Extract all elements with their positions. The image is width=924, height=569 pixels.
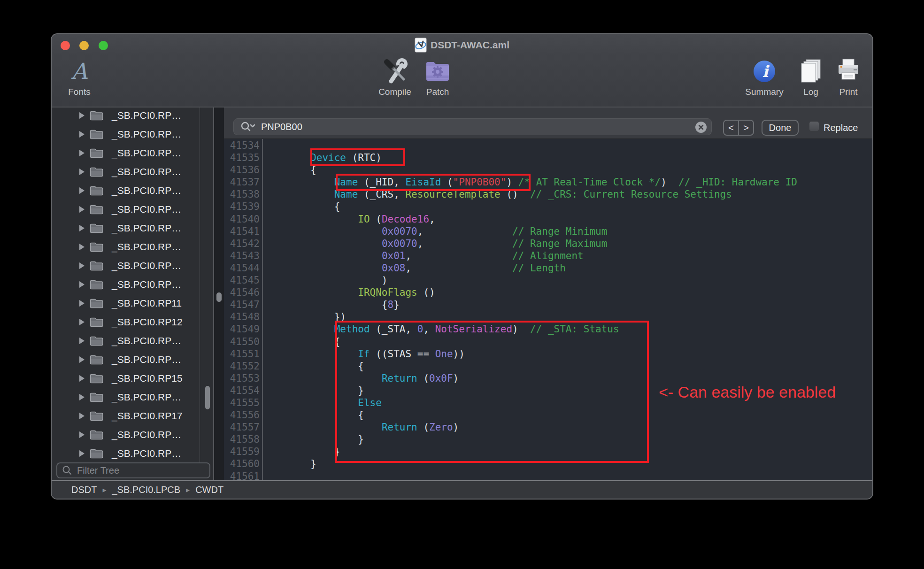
folder-icon [90, 354, 103, 365]
code-text: { [263, 164, 316, 176]
tree-item--sb-pci0-rp11[interactable]: _SB.PCI0.RP11 [52, 294, 200, 313]
disclosure-triangle-icon[interactable] [78, 300, 85, 307]
done-button[interactable]: Done [762, 120, 799, 136]
code-line: 41544 0x08, // Length [224, 262, 872, 274]
disclosure-triangle-icon[interactable] [78, 149, 85, 157]
tree-item-label: _SB.PCI0.RP… [112, 166, 181, 177]
breadcrumb-separator-icon: ▸ [102, 485, 106, 494]
tree-item--sb-pci0-rp-[interactable]: _SB.PCI0.RP… [52, 219, 200, 238]
disclosure-triangle-icon[interactable] [78, 243, 85, 251]
tree-item--sb-pci0-rp-[interactable]: _SB.PCI0.RP… [52, 275, 200, 294]
code-text: IRQNoFlags () [263, 286, 435, 299]
compile-button[interactable]: Compile [371, 58, 418, 97]
tree-item--sb-pci0-rp-[interactable]: _SB.PCI0.RP… [52, 425, 200, 444]
find-bar: PNP0B00 < > Done Replace [224, 108, 872, 139]
line-number: 41555 [224, 397, 260, 409]
disclosure-triangle-icon[interactable] [78, 206, 85, 213]
disclosure-triangle-icon[interactable] [78, 112, 85, 119]
find-next-button[interactable]: > [739, 121, 753, 135]
code-text: } [263, 446, 340, 458]
summary-button[interactable]: i Summary [739, 58, 790, 97]
log-button[interactable]: Log [797, 58, 825, 97]
filter-tree-input[interactable]: Filter Tree [56, 462, 210, 478]
folder-icon [90, 430, 103, 440]
disclosure-triangle-icon[interactable] [78, 412, 85, 420]
disclosure-triangle-icon[interactable] [78, 450, 85, 457]
folder-icon [90, 242, 103, 252]
disclosure-triangle-icon[interactable] [78, 187, 85, 194]
disclosure-triangle-icon[interactable] [78, 393, 85, 401]
tree-item--sb-pci0-rp-[interactable]: _SB.PCI0.RP… [52, 125, 200, 144]
print-button[interactable]: Print [834, 58, 862, 97]
tree-item--sb-pci0-rp-[interactable]: _SB.PCI0.RP… [52, 200, 200, 219]
line-number: 41561 [224, 470, 260, 480]
tree-item--sb-pci0-rp-[interactable]: _SB.PCI0.RP… [52, 331, 200, 350]
patch-button[interactable]: Patch [414, 58, 461, 97]
code-line: 41541 0x0070, // Range Minimum [224, 225, 872, 238]
tree-item-label: _SB.PCI0.RP… [112, 429, 181, 440]
disclosure-triangle-icon[interactable] [78, 281, 85, 288]
folder-icon [90, 129, 103, 139]
code-line: 41537 Name (_HID, EisaId ("PNP0B00") /* … [224, 176, 872, 188]
tree-item--sb-pci0-rp-[interactable]: _SB.PCI0.RP… [52, 350, 200, 369]
disclosure-triangle-icon[interactable] [78, 375, 85, 382]
line-number: 41559 [224, 446, 260, 458]
code-line: 41547 {8} [224, 299, 872, 311]
tree-item--sb-pci0-rp17[interactable]: _SB.PCI0.RP17 [52, 407, 200, 425]
line-number: 41552 [224, 360, 260, 372]
breadcrumb: DSDT▸_SB.PCI0.LPCB▸CWDT [71, 484, 223, 495]
documents-stack-icon [799, 58, 823, 85]
search-input[interactable]: PNP0B00 [233, 118, 712, 135]
tree-item-label: _SB.PCI0.RP11 [112, 298, 182, 309]
compile-label: Compile [378, 87, 411, 97]
tree-item--sb-pci0-rp-[interactable]: _SB.PCI0.RP… [52, 144, 200, 162]
tree-item--sb-pci0-rp15[interactable]: _SB.PCI0.RP15 [52, 369, 200, 388]
sidebar-scrollbar[interactable] [205, 386, 210, 409]
splitter-handle-icon [216, 292, 222, 302]
disclosure-triangle-icon[interactable] [78, 262, 85, 269]
tree-item-label: _SB.PCI0.RP… [112, 241, 181, 253]
tree-item--sb-pci0-rp-[interactable]: _SB.PCI0.RP… [52, 181, 200, 200]
code-text: { [263, 200, 340, 213]
disclosure-triangle-icon[interactable] [78, 131, 85, 138]
annotation-note: <- Can easily be enabled [659, 383, 836, 401]
tree-item--sb-pci0-rp-[interactable]: _SB.PCI0.RP… [52, 106, 200, 125]
tree-item-label: _SB.PCI0.RP… [112, 335, 181, 346]
search-icon [240, 121, 256, 132]
disclosure-triangle-icon[interactable] [78, 356, 85, 363]
disclosure-triangle-icon[interactable] [78, 318, 85, 326]
tree-edge-divider [200, 108, 200, 462]
tree-item--sb-pci0-rp-[interactable]: _SB.PCI0.RP… [52, 388, 200, 407]
code-text: IO (Decode16, [263, 213, 435, 225]
fonts-button[interactable]: A Fonts [58, 58, 100, 97]
breadcrumb-item[interactable]: DSDT [71, 484, 97, 495]
clear-search-button[interactable] [695, 122, 707, 133]
tree-item--sb-pci0-rp12[interactable]: _SB.PCI0.RP12 [52, 313, 200, 331]
patch-label: Patch [426, 87, 449, 97]
folder-icon [90, 185, 103, 196]
disclosure-triangle-icon[interactable] [78, 168, 85, 176]
tree-item-label: _SB.PCI0.RP… [112, 448, 181, 459]
tree-item--sb-pci0-rp-[interactable]: _SB.PCI0.RP… [52, 238, 200, 256]
compile-tools-icon [381, 58, 408, 85]
find-previous-button[interactable]: < [724, 121, 739, 135]
tree-item--sb-pci0-rp-[interactable]: _SB.PCI0.RP… [52, 162, 200, 181]
fonts-icon: A [71, 58, 87, 85]
folder-icon [90, 448, 103, 459]
maciasl-window: DSDT-AWAC.aml A Fonts Compile [52, 34, 872, 499]
disclosure-triangle-icon[interactable] [78, 431, 85, 438]
printer-icon [836, 58, 861, 85]
breadcrumb-item[interactable]: CWDT [195, 484, 223, 495]
tree-item--sb-pci0-rp-[interactable]: _SB.PCI0.RP… [52, 256, 200, 275]
folder-icon [90, 373, 103, 384]
pane-splitter[interactable] [213, 108, 224, 499]
annotation-box-name-hid [336, 174, 531, 191]
replace-checkbox[interactable] [809, 121, 819, 131]
breadcrumb-item[interactable]: _SB.PCI0.LPCB [112, 484, 180, 495]
code-text: 0x0070, // Range Minimum [263, 225, 607, 238]
disclosure-triangle-icon[interactable] [78, 337, 85, 345]
window-header: DSDT-AWAC.aml A Fonts Compile [52, 34, 872, 108]
tree-item-label: _SB.PCI0.RP12 [112, 316, 183, 328]
disclosure-triangle-icon[interactable] [78, 224, 85, 232]
tree-item--sb-pci0-rp-[interactable]: _SB.PCI0.RP… [52, 444, 200, 463]
